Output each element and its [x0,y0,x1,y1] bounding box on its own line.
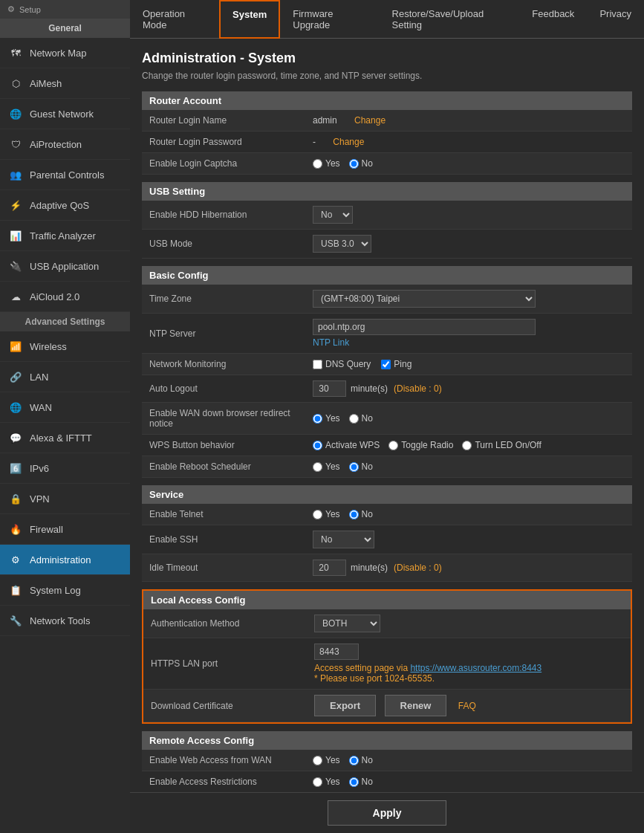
wan-down-yes-radio[interactable] [313,414,322,424]
sidebar-item-aicloud[interactable]: ☁ AiCloud 2.0 [0,282,130,312]
restrict-no-option[interactable]: No [349,777,373,787]
local-access-table: Authentication Method BOTH Password Cert… [143,609,631,722]
sidebar-item-vpn[interactable]: 🔒 VPN [0,484,130,514]
wps-led-option[interactable]: Turn LED On/Off [462,440,541,450]
table-row: Enable Login Captcha Yes No [142,153,632,175]
sidebar-setup[interactable]: ⚙ Setup [0,0,130,19]
sidebar-item-parental-controls[interactable]: 👥 Parental Controls [0,160,130,190]
wps-toggle-option[interactable]: Toggle Radio [388,440,453,450]
sidebar-item-lan[interactable]: 🔗 LAN [0,362,130,392]
reboot-no-option[interactable]: No [349,461,373,472]
web-yes-option[interactable]: Yes [313,755,340,765]
tab-privacy[interactable]: Privacy [587,0,644,39]
usb-mode-select[interactable]: USB 3.0 USB 2.0 [313,235,371,253]
captcha-yes-radio[interactable] [313,159,322,169]
ntp-label: NTP Server [142,314,305,354]
sidebar-item-firewall[interactable]: 🔥 Firewall [0,514,130,545]
captcha-yes-option[interactable]: Yes [313,158,340,169]
idle-suffix: minute(s) [351,563,388,573]
faq-link[interactable]: FAQ [458,701,476,711]
wan-down-no-radio[interactable] [349,414,359,424]
login-name-change-link[interactable]: Change [354,115,386,126]
ssh-select[interactable]: No Yes LAN only [313,531,374,548]
dns-query-checkbox[interactable] [313,360,322,369]
captcha-no-option[interactable]: No [349,158,373,169]
sidebar-setup-label: Setup [19,5,41,14]
network-monitoring-group: DNS Query Ping [313,359,625,369]
auth-method-select[interactable]: BOTH Password Certificate [314,615,380,632]
reboot-yes-radio[interactable] [313,462,322,472]
administration-icon: ⚙ [7,551,24,568]
web-yes-radio[interactable] [313,756,322,765]
dns-query-option[interactable]: DNS Query [313,359,371,369]
ntp-server-input[interactable] [313,319,536,335]
login-password-change-link[interactable]: Change [333,137,364,147]
system-log-icon: 📋 [7,582,24,598]
captcha-no-radio[interactable] [349,159,359,169]
login-name-label: Router Login Name [142,110,305,132]
telnet-yes-radio[interactable] [313,510,322,519]
sidebar-item-system-log[interactable]: 📋 System Log [0,575,130,606]
remote-access-table: Enable Web Access from WAN Yes No Enable… [142,750,632,792]
sidebar-item-usb-application[interactable]: 🔌 USB Application [0,251,130,282]
sidebar-item-alexa[interactable]: 💬 Alexa & IFTTT [0,423,130,453]
auto-logout-input[interactable] [313,380,346,397]
hdd-hibernation-select[interactable]: No Yes [313,206,353,224]
tab-operation-mode[interactable]: Operation Mode [130,0,219,39]
sidebar-item-adaptive-qos[interactable]: ⚡ Adaptive QoS [0,190,130,221]
web-no-option[interactable]: No [349,755,373,765]
wan-down-yes-option[interactable]: Yes [313,413,340,424]
sidebar-item-wireless[interactable]: 📶 Wireless [0,331,130,362]
sidebar-item-wan[interactable]: 🌐 WAN [0,392,130,423]
telnet-no-option[interactable]: No [349,509,373,519]
content-area: Administration - System Change the route… [130,39,644,792]
firewall-icon: 🔥 [7,521,24,537]
renew-button[interactable]: Renew [385,695,447,716]
wps-led-radio[interactable] [462,441,472,450]
web-no-radio[interactable] [349,756,359,765]
sidebar-item-administration[interactable]: ⚙ Administration [0,545,130,575]
restrict-no-radio[interactable] [349,777,359,787]
wps-toggle-radio[interactable] [388,441,398,450]
timezone-select[interactable]: (GMT+08:00) Taipei [313,290,536,308]
sidebar-item-network-tools[interactable]: 🔧 Network Tools [0,606,130,636]
wan-down-no-option[interactable]: No [349,413,373,424]
auto-logout-wrap: minute(s) (Disable : 0) [313,380,625,397]
alexa-icon: 💬 [7,430,24,446]
sidebar-item-network-map[interactable]: 🗺 Network Map [0,38,130,68]
https-link[interactable]: https://www.asusrouter.com:8443 [410,663,541,673]
table-row: HTTPS LAN port Access setting page via h… [143,638,631,690]
ping-checkbox[interactable] [381,360,391,369]
apply-button[interactable]: Apply [328,800,447,826]
ping-option[interactable]: Ping [381,359,412,369]
telnet-yes-option[interactable]: Yes [313,509,340,519]
export-button[interactable]: Export [314,695,376,716]
reboot-yes-option[interactable]: Yes [313,461,340,472]
service-table: Enable Telnet Yes No Enable SSH No Yes [142,504,632,582]
sidebar-item-aimesh[interactable]: ⬡ AiMesh [0,68,130,99]
idle-timeout-input[interactable] [313,560,346,576]
restrictions-label: Enable Access Restrictions [142,771,305,793]
sidebar-item-ipv6[interactable]: 6️⃣ IPv6 [0,453,130,484]
wps-activate-option[interactable]: Activate WPS [313,440,380,450]
ntp-link[interactable]: NTP Link [313,337,625,348]
wps-activate-radio[interactable] [313,441,322,450]
tab-restore-save[interactable]: Restore/Save/Upload Setting [380,0,520,39]
tab-feedback[interactable]: Feedback [519,0,587,39]
sidebar-item-traffic-analyzer[interactable]: 📊 Traffic Analyzer [0,221,130,251]
sidebar-item-label: LAN [30,372,48,383]
https-port-input[interactable] [314,644,359,660]
https-port-label: HTTPS LAN port [143,638,307,690]
sidebar-item-label: Parental Controls [30,169,104,181]
sidebar-item-aiprotection[interactable]: 🛡 AiProtection [0,129,130,160]
sidebar-item-guest-network[interactable]: 🌐 Guest Network [0,99,130,129]
local-access-header: Local Access Config [143,591,631,609]
tab-firmware-upgrade[interactable]: Firmware Upgrade [280,0,379,39]
table-row: Enable Access Restrictions Yes No [142,771,632,793]
tab-system[interactable]: System [219,0,280,39]
reboot-no-radio[interactable] [349,462,359,472]
telnet-no-radio[interactable] [349,510,359,519]
restrict-yes-option[interactable]: Yes [313,777,340,787]
sidebar-item-label: AiCloud 2.0 [30,291,79,302]
restrict-yes-radio[interactable] [313,777,322,787]
